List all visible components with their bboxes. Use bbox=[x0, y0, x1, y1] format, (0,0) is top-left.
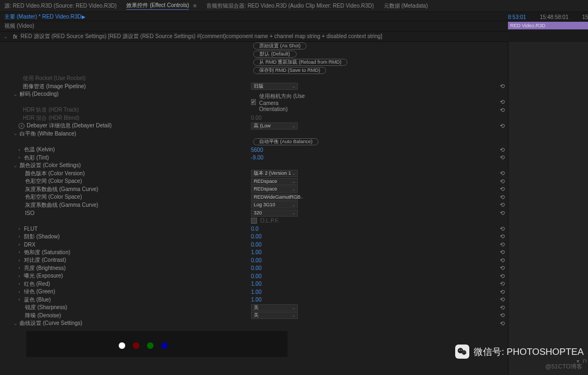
reset-icon[interactable]: ⟲ bbox=[500, 154, 505, 161]
credit-text: @51CTO博客 bbox=[546, 362, 583, 371]
tab-effect-controls[interactable]: 效果控件 (Effect Controls) bbox=[126, 2, 189, 10]
reset-icon[interactable]: ⟲ bbox=[500, 233, 505, 240]
default-button[interactable]: 默认 (Default) bbox=[253, 51, 297, 58]
reset-icon[interactable]: ⟲ bbox=[500, 146, 505, 153]
reset-icon[interactable]: ⟲ bbox=[500, 288, 505, 296]
camera-orientation-checkbox[interactable] bbox=[251, 99, 256, 105]
image-pipeline-select[interactable]: 旧版 bbox=[251, 83, 298, 90]
saturation-label: 饱和度 (Saturation) bbox=[24, 249, 70, 256]
blue-label: 蓝色 (Blue) bbox=[24, 296, 51, 304]
as-shot-button[interactable]: 原始设置 (As Shot) bbox=[253, 42, 307, 50]
denoise-select[interactable]: 关 bbox=[251, 312, 298, 319]
reset-icon[interactable]: ⟲ bbox=[500, 257, 505, 264]
curve-red-dot[interactable] bbox=[133, 342, 139, 349]
timeline-ruler[interactable]: 8:53:01 15:48:58:01 15:49:03:0 bbox=[508, 12, 588, 22]
hdr-blend-label: HDR 混合 (HDR Blend) bbox=[23, 114, 79, 122]
curve-channel-selector bbox=[26, 331, 287, 358]
curve-blue-dot[interactable] bbox=[161, 342, 168, 349]
debayer-select[interactable]: 高 (Low bbox=[251, 122, 298, 130]
sharpness-select[interactable]: 关 bbox=[251, 304, 298, 311]
reset-icon[interactable]: ⟲ bbox=[500, 99, 505, 106]
white-balance-group[interactable]: 白平衡 (White Balance) bbox=[20, 130, 76, 138]
gamma-2-label: 灰度系数曲线 (Gamma Curve) bbox=[25, 201, 98, 209]
kelvin-label: 色温 (Kelvin) bbox=[24, 146, 55, 153]
contrast-value[interactable]: 0.00 bbox=[251, 257, 308, 263]
saturation-value[interactable]: 1.00 bbox=[251, 249, 308, 255]
reset-icon[interactable]: ⟲ bbox=[500, 201, 505, 208]
tab-audio-mixer[interactable]: 音频剪辑混合器: RED Video.R3D (Audio Clip Mixer… bbox=[206, 2, 374, 10]
reset-icon[interactable]: ⟲ bbox=[500, 122, 505, 130]
kelvin-value[interactable]: 5600 bbox=[251, 147, 308, 153]
reset-icon[interactable]: ⟲ bbox=[500, 304, 505, 311]
reset-icon[interactable]: ⟲ bbox=[500, 241, 505, 248]
curve-settings-group[interactable]: 曲线设置 (Curve Settings) bbox=[20, 319, 82, 327]
color-space-2-select[interactable]: REDWideGamutRGB bbox=[251, 194, 298, 201]
color-version-select[interactable]: 版本 2 (Version 1 bbox=[251, 170, 298, 177]
curve-white-dot[interactable] bbox=[119, 342, 125, 349]
reset-icon[interactable]: ⟲ bbox=[500, 83, 505, 90]
curve-green-dot[interactable] bbox=[147, 342, 154, 349]
stopwatch-icon[interactable] bbox=[19, 123, 24, 129]
play-indicator-icon: ▶ bbox=[82, 14, 85, 20]
reset-icon[interactable]: ⟲ bbox=[500, 225, 505, 232]
green-value[interactable]: 1.00 bbox=[251, 289, 308, 295]
reset-icon[interactable]: ⟲ bbox=[500, 296, 505, 303]
iso-select[interactable]: 320 bbox=[251, 210, 298, 217]
save-rmd-button[interactable]: 保存到 RMD (Save to RMD) bbox=[253, 67, 326, 74]
flut-value[interactable]: 0.0 bbox=[251, 226, 308, 232]
debayer-label: Debayer 详细信息 (Debayer Detail) bbox=[27, 122, 112, 130]
time-marker-1: 8:53:01 bbox=[508, 14, 526, 20]
reset-icon[interactable]: ⟲ bbox=[500, 280, 505, 287]
hdr-blend-value: 0.00 bbox=[251, 115, 308, 121]
hdr-track-label: HDR 轨道 (HDR Track) bbox=[23, 106, 79, 114]
time-marker-2: 15:48:58:01 bbox=[540, 14, 568, 20]
gamma-2-select[interactable]: Log 3G10 bbox=[251, 201, 298, 208]
brightness-value[interactable]: 0.00 bbox=[251, 265, 308, 271]
auto-balance-button[interactable]: 自动平衡 (Auto Balance) bbox=[253, 138, 318, 145]
svg-point-3 bbox=[461, 350, 462, 351]
reset-icon[interactable]: ⟲ bbox=[500, 186, 505, 193]
exposure-value[interactable]: 0.00 bbox=[251, 273, 308, 279]
color-space-1-select[interactable]: REDspace bbox=[251, 178, 298, 185]
blue-value[interactable]: 1.00 bbox=[251, 297, 308, 303]
reset-icon[interactable]: ⟲ bbox=[500, 107, 505, 114]
tint-value[interactable]: -9.00 bbox=[251, 155, 308, 161]
reset-icon[interactable]: ⟲ bbox=[500, 320, 505, 327]
video-section-header[interactable]: 视频 (Video) bbox=[0, 21, 508, 32]
reset-icon[interactable]: ⟲ bbox=[500, 273, 505, 280]
tab-metadata[interactable]: 元数据 (Metadata) bbox=[384, 2, 428, 10]
green-label: 绿色 (Green) bbox=[24, 288, 55, 296]
red-value[interactable]: 1.00 bbox=[251, 281, 308, 287]
svg-point-5 bbox=[465, 352, 465, 352]
gamma-1-select[interactable]: REDspace bbox=[251, 186, 298, 193]
drx-label: DRX bbox=[24, 242, 35, 248]
reset-icon[interactable]: ⟲ bbox=[500, 170, 505, 177]
wechat-icon bbox=[455, 345, 469, 359]
timeline-panel[interactable]: ▾⊓ bbox=[508, 42, 588, 375]
tool-icon[interactable]: ⊓ bbox=[583, 358, 587, 364]
reset-icon[interactable]: ⟲ bbox=[500, 194, 505, 201]
red-label: 红色 (Red) bbox=[24, 280, 50, 288]
reset-icon[interactable]: ⟲ bbox=[500, 210, 505, 217]
fx-badge-icon: fx bbox=[13, 34, 17, 40]
shadow-value[interactable]: 0.00 bbox=[251, 233, 308, 239]
drx-value[interactable]: 0.00 bbox=[251, 242, 308, 248]
time-marker-3: 15:49:03:0 bbox=[582, 14, 588, 20]
panel-menu-icon[interactable]: ≡ bbox=[193, 3, 197, 9]
color-space-2-label: 色彩空间 (Color Space) bbox=[25, 193, 82, 201]
reset-icon[interactable]: ⟲ bbox=[500, 249, 505, 256]
timeline-clip[interactable]: RED Video.R3D bbox=[508, 22, 588, 29]
tab-source[interactable]: 源: RED Video.R3D (Source: RED Video.R3D) bbox=[4, 2, 117, 10]
use-rocket-label: 使用 Rocket (Use Rocket) bbox=[23, 75, 85, 82]
olpf-checkbox[interactable] bbox=[251, 218, 257, 224]
reset-icon[interactable]: ⟲ bbox=[500, 312, 505, 319]
sharpness-label: 锐度 (Sharpness) bbox=[25, 304, 67, 311]
reload-rmd-button[interactable]: 从 RMD 重新加载 (Reload from RMD) bbox=[253, 59, 347, 66]
brightness-label: 亮度 (Brightness) bbox=[24, 265, 66, 272]
svg-point-1 bbox=[462, 351, 466, 355]
color-settings-group[interactable]: 颜色设置 (Color Settings) bbox=[20, 162, 81, 169]
decoding-group[interactable]: 解码 (Decoding) bbox=[20, 90, 59, 98]
reset-icon[interactable]: ⟲ bbox=[500, 265, 505, 272]
reset-icon[interactable]: ⟲ bbox=[500, 178, 505, 185]
fx-header[interactable]: ⌵fxRED 源设置 (RED Source Settings) [RED 源设… bbox=[0, 32, 508, 42]
